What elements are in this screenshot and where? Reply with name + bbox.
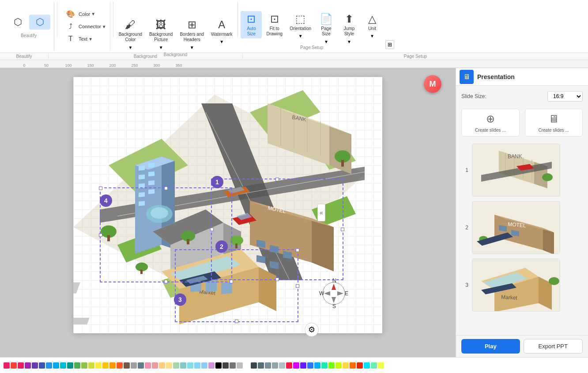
color-swatch[interactable]	[187, 362, 193, 369]
background-picture-button[interactable]: 🖼 BackgroundPicture	[147, 17, 175, 44]
panel-collapse-button[interactable]: «	[317, 204, 325, 221]
color-swatch[interactable]	[335, 362, 342, 369]
color-swatch[interactable]	[244, 362, 250, 369]
bg-color-dropdown-icon[interactable]: ▼	[128, 45, 132, 50]
connector-dropdown-icon[interactable]: ▼	[102, 24, 106, 29]
color-swatch[interactable]	[222, 362, 229, 369]
color-swatch[interactable]	[251, 362, 257, 369]
color-swatch[interactable]	[166, 362, 172, 369]
color-swatch[interactable]	[11, 362, 17, 369]
color-swatch[interactable]	[194, 362, 200, 369]
background-color-button[interactable]: 🖌 BackgroundColor	[116, 17, 145, 44]
color-swatch[interactable]	[230, 362, 236, 369]
color-swatch[interactable]	[152, 362, 158, 369]
color-swatch[interactable]	[201, 362, 207, 369]
color-swatch[interactable]	[173, 362, 179, 369]
watermark-button[interactable]: A Watermark	[208, 17, 235, 38]
fit-to-drawing-button[interactable]: ⊡ Fit toDrawing	[264, 11, 285, 38]
watermark-dropdown-icon[interactable]: ▼	[219, 39, 224, 44]
slide-thumb-2[interactable]: MOTEL	[472, 201, 560, 254]
text-dropdown-icon[interactable]: ▼	[88, 37, 93, 42]
connector-button[interactable]: ⤴	[64, 21, 78, 32]
page-size-button[interactable]: 📄 PageSize	[316, 11, 337, 38]
color-swatch[interactable]	[321, 362, 328, 369]
connector-icon: ⤴	[69, 23, 72, 30]
orientation-button[interactable]: ⬚ Orientation	[287, 11, 314, 33]
color-swatch[interactable]	[364, 362, 370, 369]
settings-button[interactable]: ⚙	[305, 323, 319, 337]
color-swatch[interactable]	[293, 362, 299, 369]
color-swatch[interactable]	[88, 362, 94, 369]
color-swatch[interactable]	[307, 362, 313, 369]
slide-item-3[interactable]: 3 Market	[461, 259, 583, 312]
color-swatch[interactable]	[131, 362, 137, 369]
slide-list: 1 BANK	[461, 144, 583, 312]
slide-item-2[interactable]: 2 MOTEL	[461, 201, 583, 254]
color-swatch[interactable]	[357, 362, 363, 369]
color-swatch[interactable]	[258, 362, 264, 369]
create-slides-from-page-button[interactable]: 🖥 Create slides ...	[525, 109, 583, 137]
color-swatch[interactable]	[81, 362, 87, 369]
borders-headers-button[interactable]: ⊞ Borders andHeaders	[177, 17, 206, 44]
color-swatch[interactable]	[46, 362, 52, 369]
color-swatch[interactable]	[67, 362, 73, 369]
create-slides-from-shape-button[interactable]: ⊕ Create slides ...	[461, 109, 520, 137]
color-swatch[interactable]	[279, 362, 285, 369]
color-swatch[interactable]	[371, 362, 377, 369]
slide-item-1[interactable]: 1 BANK	[461, 144, 583, 197]
color-swatch[interactable]	[286, 362, 292, 369]
avatar-button[interactable]: M	[424, 75, 441, 93]
color-swatch[interactable]	[314, 362, 320, 369]
borders-headers-dropdown-icon[interactable]: ▼	[190, 45, 194, 50]
play-button[interactable]: Play	[461, 339, 520, 354]
color-swatch[interactable]	[60, 362, 66, 369]
color-swatch[interactable]	[208, 362, 215, 369]
color-swatch[interactable]	[180, 362, 186, 369]
color-swatch[interactable]	[300, 362, 306, 369]
orientation-dropdown-icon[interactable]: ▼	[298, 34, 303, 38]
export-ppt-button[interactable]: Export PPT	[524, 339, 583, 354]
color-swatch[interactable]	[350, 362, 356, 369]
color-swatch[interactable]	[159, 362, 165, 369]
color-swatch[interactable]	[378, 362, 384, 369]
canvas-content[interactable]: BANK MOTEL	[73, 77, 382, 333]
color-button[interactable]: 🎨	[64, 8, 78, 19]
expand-button[interactable]: ⊞	[385, 40, 394, 49]
beautify-icon-2[interactable]: ⬡	[29, 15, 50, 30]
color-swatch[interactable]	[74, 362, 80, 369]
jump-style-button[interactable]: ⬆ JumpStyle	[339, 11, 360, 38]
color-swatch[interactable]	[25, 362, 31, 369]
color-swatch[interactable]	[272, 362, 278, 369]
slide-size-select[interactable]: 16:9 4:3 Custom	[547, 91, 583, 102]
color-swatch[interactable]	[39, 362, 45, 369]
color-swatch[interactable]	[117, 362, 123, 369]
panel-body[interactable]: Slide Size: 16:9 4:3 Custom ⊕ Create sli…	[456, 86, 588, 335]
beautify-icon-1[interactable]: ⬡	[7, 15, 28, 30]
color-swatch[interactable]	[109, 362, 116, 369]
color-dropdown-icon[interactable]: ▼	[91, 11, 95, 16]
auto-size-button[interactable]: ⊡ AutoSize	[241, 11, 262, 38]
color-swatch[interactable]	[138, 362, 144, 369]
slide-thumb-3[interactable]: Market	[472, 259, 560, 312]
jump-style-dropdown-icon[interactable]: ▼	[347, 39, 351, 44]
color-swatch[interactable]	[32, 362, 38, 369]
color-swatch[interactable]	[102, 362, 109, 369]
color-swatch[interactable]	[124, 362, 130, 369]
color-swatch[interactable]	[95, 362, 102, 369]
slide-thumb-1[interactable]: BANK	[472, 144, 560, 197]
color-swatch[interactable]	[265, 362, 271, 369]
unit-dropdown-icon[interactable]: ▼	[370, 34, 374, 38]
bg-picture-dropdown-icon[interactable]: ▼	[159, 45, 163, 50]
color-swatch[interactable]	[4, 362, 10, 369]
color-swatch[interactable]	[237, 362, 243, 369]
text-button[interactable]: T	[64, 34, 78, 44]
color-swatch[interactable]	[215, 362, 222, 369]
color-swatch[interactable]	[145, 362, 151, 369]
canvas-area[interactable]: BANK MOTEL	[0, 68, 456, 357]
color-swatch[interactable]	[18, 362, 24, 369]
color-swatch[interactable]	[343, 362, 349, 369]
page-size-dropdown-icon[interactable]: ▼	[324, 39, 328, 44]
color-swatch[interactable]	[53, 362, 59, 369]
color-swatch[interactable]	[328, 362, 335, 369]
unit-button[interactable]: △ Unit	[362, 11, 383, 33]
